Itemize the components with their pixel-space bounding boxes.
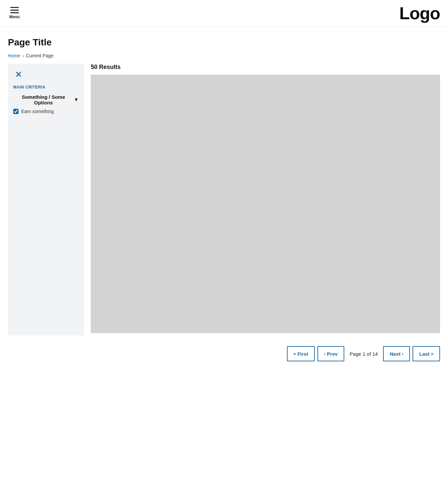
main-layout: MAIN CRITERIA Something / Some Options ▼… <box>0 64 448 335</box>
page-info: Page 1 of 14 <box>350 351 378 357</box>
menu-button[interactable]: Menu <box>8 6 21 21</box>
prev-label: Prev <box>327 351 338 357</box>
checkbox-item: Earn something <box>13 109 79 114</box>
page-title: Page Title <box>8 37 440 48</box>
breadcrumb-separator: › <box>22 53 24 58</box>
pagination-bar: « First ‹ Prev Page 1 of 14 Next › Last … <box>0 339 448 368</box>
next-label: Next <box>390 351 401 357</box>
menu-label: Menu <box>9 15 20 19</box>
close-icon <box>15 70 23 78</box>
last-double-arrow-icon: » <box>431 351 433 356</box>
sidebar: MAIN CRITERIA Something / Some Options ▼… <box>8 64 84 335</box>
chevron-down-icon: ▼ <box>74 97 79 103</box>
first-double-arrow-icon: « <box>294 351 296 356</box>
last-button[interactable]: Last » <box>413 346 440 361</box>
filter-dropdown-button[interactable]: Something / Some Options ▼ <box>13 94 79 105</box>
prev-arrow-icon: ‹ <box>324 351 326 356</box>
sidebar-close-button[interactable] <box>13 69 24 80</box>
earn-something-checkbox[interactable] <box>13 109 19 114</box>
page-header-area: Page Title Home › Current Page <box>0 27 448 64</box>
header: Menu Logo <box>0 0 448 27</box>
breadcrumb-home-link[interactable]: Home <box>8 53 20 58</box>
results-count: 50 Results <box>91 64 440 71</box>
earn-something-label: Earn something <box>21 109 54 114</box>
filter-dropdown-label: Something / Some Options <box>13 94 74 105</box>
next-button[interactable]: Next › <box>383 346 410 361</box>
prev-button[interactable]: ‹ Prev <box>317 346 344 361</box>
first-button[interactable]: « First <box>287 346 315 361</box>
breadcrumb-current: Current Page <box>26 53 53 58</box>
breadcrumb: Home › Current Page <box>8 53 440 58</box>
sidebar-section-label: MAIN CRITERIA <box>13 85 79 90</box>
results-area: 50 Results <box>84 64 440 335</box>
first-label: First <box>297 351 308 357</box>
results-placeholder <box>91 75 440 333</box>
next-arrow-icon: › <box>402 351 404 356</box>
logo: Logo <box>399 3 440 23</box>
last-label: Last <box>419 351 429 357</box>
hamburger-icon <box>10 7 19 13</box>
